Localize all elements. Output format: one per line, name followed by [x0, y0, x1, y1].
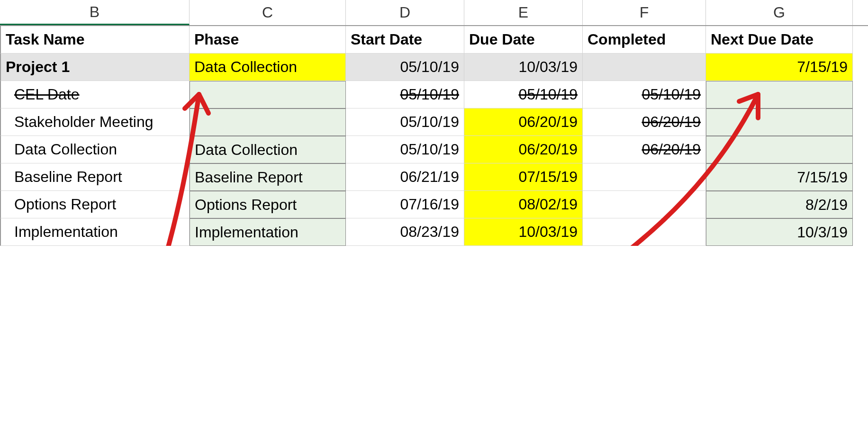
phase-cell[interactable]: Baseline Report	[190, 163, 346, 191]
phase-cell[interactable]: Options Report	[190, 191, 346, 218]
completed-cell[interactable]: 06/20/19	[583, 136, 706, 163]
col-header-e[interactable]: E	[464, 0, 583, 25]
col-header-d[interactable]: D	[346, 0, 464, 25]
completed-cell[interactable]	[583, 218, 706, 246]
start-cell[interactable]: 08/23/19	[346, 218, 464, 246]
due-cell[interactable]: 05/10/19	[464, 81, 583, 108]
start-cell[interactable]: 05/10/19	[346, 81, 464, 108]
table-row: CEL Date05/10/1905/10/1905/10/19	[0, 81, 868, 108]
next-cell[interactable]	[706, 136, 853, 163]
completed-cell[interactable]: 05/10/19	[583, 81, 706, 108]
phase-cell[interactable]	[190, 108, 346, 136]
task-cell[interactable]: Baseline Report	[0, 163, 190, 191]
next-cell[interactable]	[706, 108, 853, 136]
task-cell[interactable]: Stakeholder Meeting	[0, 108, 190, 136]
due-cell[interactable]: 08/02/19	[464, 191, 583, 218]
completed-cell[interactable]: 06/20/19	[583, 108, 706, 136]
spreadsheet: B C D E F G Task Name Phase Start Date D…	[0, 0, 868, 246]
column-header-row: B C D E F G	[0, 0, 868, 26]
col-header-f[interactable]: F	[583, 0, 706, 25]
task-cell[interactable]: Implementation	[0, 218, 190, 246]
col-header-b[interactable]: B	[0, 0, 190, 25]
summary-next[interactable]: 7/15/19	[706, 54, 853, 81]
start-cell[interactable]: 06/21/19	[346, 163, 464, 191]
header-task: Task Name	[0, 26, 190, 54]
table-row: Stakeholder Meeting05/10/1906/20/1906/20…	[0, 108, 868, 136]
header-completed: Completed	[583, 26, 706, 54]
summary-phase[interactable]: Data Collection	[190, 54, 346, 81]
table-header-row: Task Name Phase Start Date Due Date Comp…	[0, 26, 868, 54]
start-cell[interactable]: 05/10/19	[346, 136, 464, 163]
completed-cell[interactable]	[583, 163, 706, 191]
phase-cell[interactable]: Data Collection	[190, 136, 346, 163]
col-header-c[interactable]: C	[190, 0, 346, 25]
next-cell[interactable]: 7/15/19	[706, 163, 853, 191]
table-row: Baseline ReportBaseline Report06/21/1907…	[0, 163, 868, 191]
next-cell[interactable]: 10/3/19	[706, 218, 853, 246]
summary-due[interactable]: 10/03/19	[464, 54, 583, 81]
due-cell[interactable]: 06/20/19	[464, 108, 583, 136]
summary-row: Project 1 Data Collection 05/10/19 10/03…	[0, 54, 868, 81]
phase-cell[interactable]: Implementation	[190, 218, 346, 246]
next-cell[interactable]	[706, 81, 853, 108]
header-due: Due Date	[464, 26, 583, 54]
due-cell[interactable]: 07/15/19	[464, 163, 583, 191]
phase-cell[interactable]	[190, 81, 346, 108]
header-phase: Phase	[190, 26, 346, 54]
table-row: ImplementationImplementation08/23/1910/0…	[0, 218, 868, 246]
start-cell[interactable]: 05/10/19	[346, 108, 464, 136]
summary-start[interactable]: 05/10/19	[346, 54, 464, 81]
table-row: Data CollectionData Collection05/10/1906…	[0, 136, 868, 163]
task-cell[interactable]: Options Report	[0, 191, 190, 218]
next-cell[interactable]: 8/2/19	[706, 191, 853, 218]
header-next: Next Due Date	[706, 26, 853, 54]
summary-name[interactable]: Project 1	[0, 54, 190, 81]
table-row: Options ReportOptions Report07/16/1908/0…	[0, 191, 868, 218]
col-header-g[interactable]: G	[706, 0, 853, 25]
completed-cell[interactable]	[583, 191, 706, 218]
summary-completed[interactable]	[583, 54, 706, 81]
due-cell[interactable]: 10/03/19	[464, 218, 583, 246]
task-cell[interactable]: Data Collection	[0, 136, 190, 163]
header-start: Start Date	[346, 26, 464, 54]
task-cell[interactable]: CEL Date	[0, 81, 190, 108]
start-cell[interactable]: 07/16/19	[346, 191, 464, 218]
due-cell[interactable]: 06/20/19	[464, 136, 583, 163]
